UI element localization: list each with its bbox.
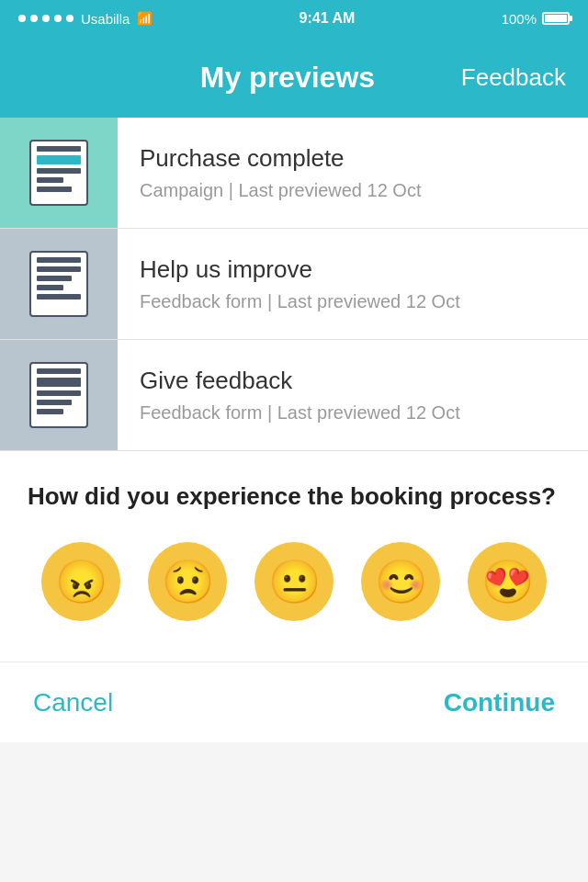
nav-title: My previews <box>114 61 461 95</box>
status-left: Usabilla 📶 <box>18 11 153 27</box>
feedback-nav-button[interactable]: Feedback <box>461 63 566 92</box>
preview-content-2: Help us improve Feedback form | Last pre… <box>118 237 588 331</box>
emoji-angry[interactable]: 😠 <box>41 542 120 621</box>
preview-meta-3: Feedback form | Last previewed 12 Oct <box>140 402 566 424</box>
thumb-highlight <box>37 155 81 164</box>
signal-dots <box>18 15 74 22</box>
preview-list: Purchase complete Campaign | Last previe… <box>0 118 588 451</box>
wifi-icon: 📶 <box>137 11 153 26</box>
emoji-love[interactable]: 😍 <box>468 542 547 621</box>
thumb-icon-1 <box>29 140 88 206</box>
status-time: 9:41 AM <box>300 10 356 27</box>
thumb-line <box>37 276 72 281</box>
preview-title-3: Give feedback <box>140 367 566 395</box>
thumb-line <box>37 285 63 290</box>
battery-label: 100% <box>502 11 537 27</box>
status-right: 100% <box>502 11 570 27</box>
thumb-line <box>37 146 81 152</box>
emoji-happy[interactable]: 😊 <box>361 542 440 621</box>
preview-title-1: Purchase complete <box>140 144 566 173</box>
thumb-line <box>37 266 81 272</box>
action-bar: Cancel Continue <box>0 662 588 742</box>
nav-bar: My previews Feedback <box>0 37 588 118</box>
continue-button[interactable]: Continue <box>444 688 555 718</box>
cancel-button[interactable]: Cancel <box>33 688 113 718</box>
survey-question: How did you experience the booking proce… <box>28 481 560 513</box>
thumb-line <box>37 400 72 405</box>
thumb-line <box>37 294 81 300</box>
preview-item-3[interactable]: Give feedback Feedback form | Last previ… <box>0 340 588 451</box>
thumb-line <box>37 187 72 192</box>
thumb-line <box>37 390 81 396</box>
preview-title-2: Help us improve <box>140 255 566 284</box>
survey-section: How did you experience the booking proce… <box>0 451 588 662</box>
thumb-line <box>37 409 63 414</box>
battery-fill <box>545 15 567 22</box>
emoji-row: 😠 😟 😐 😊 😍 <box>28 542 560 621</box>
dot5 <box>66 15 74 22</box>
battery-icon <box>542 12 570 25</box>
dot3 <box>42 15 50 22</box>
preview-content-3: Give feedback Feedback form | Last previ… <box>118 348 588 442</box>
preview-item-2[interactable]: Help us improve Feedback form | Last pre… <box>0 229 588 340</box>
thumb-dark <box>37 378 81 387</box>
thumb-icon-2 <box>29 251 88 317</box>
dot4 <box>54 15 62 22</box>
thumb-line <box>37 168 81 174</box>
preview-thumb-3 <box>0 340 118 450</box>
carrier-label: Usabilla <box>81 11 130 27</box>
emoji-sad[interactable]: 😟 <box>148 542 227 621</box>
preview-meta-2: Feedback form | Last previewed 12 Oct <box>140 291 566 312</box>
thumb-icon-3 <box>29 362 88 428</box>
thumb-line <box>37 257 81 263</box>
thumb-line <box>37 177 63 183</box>
emoji-neutral[interactable]: 😐 <box>254 542 334 621</box>
preview-meta-1: Campaign | Last previewed 12 Oct <box>140 180 566 201</box>
preview-item-1[interactable]: Purchase complete Campaign | Last previe… <box>0 118 588 229</box>
status-bar: Usabilla 📶 9:41 AM 100% <box>0 0 588 37</box>
dot1 <box>18 15 26 22</box>
preview-thumb-1 <box>0 118 118 228</box>
dot2 <box>30 15 38 22</box>
thumb-line <box>37 368 81 374</box>
preview-content-1: Purchase complete Campaign | Last previe… <box>118 126 588 220</box>
preview-thumb-2 <box>0 229 118 339</box>
